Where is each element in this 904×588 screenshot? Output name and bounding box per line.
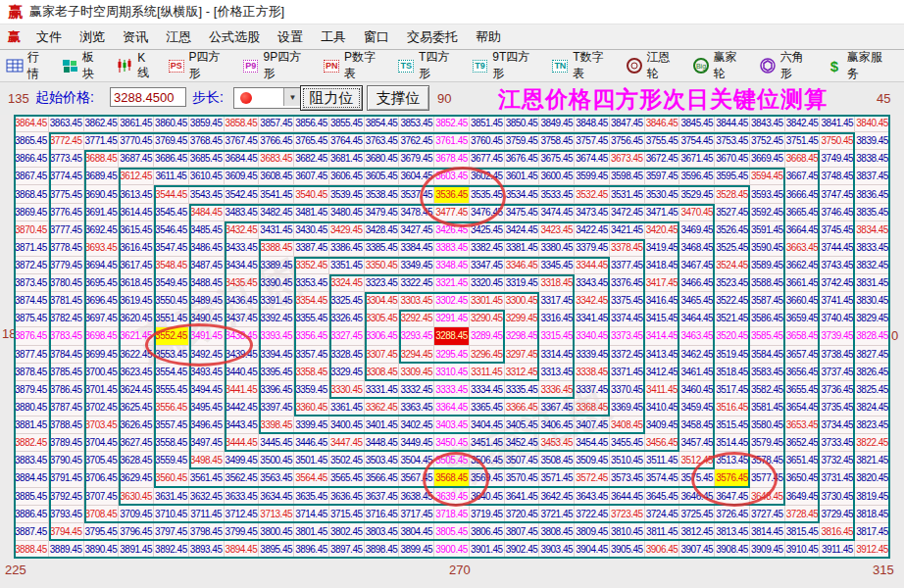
grid-cell: 3765.45: [294, 132, 329, 150]
menu-item[interactable]: 文件: [27, 28, 71, 46]
step-combobox[interactable]: ▼: [233, 87, 302, 109]
grid-cell: 3480.45: [329, 204, 365, 221]
dollar-icon: $: [826, 58, 843, 74]
resistance-button[interactable]: 阻力位: [300, 85, 363, 111]
grid-cell: 3742.45: [820, 274, 855, 292]
chevron-down-icon[interactable]: ▼: [283, 88, 301, 106]
grid-cell: 3906.45: [645, 541, 680, 559]
toolbar-item[interactable]: 板块: [61, 49, 105, 82]
toolbar-item[interactable]: 行情: [6, 49, 50, 82]
toolbar-item[interactable]: $赢家服务: [826, 49, 893, 82]
grid-cell: 3374.45: [610, 310, 645, 327]
menu-item[interactable]: 江恩: [157, 28, 200, 46]
menu-item[interactable]: 设置: [269, 28, 312, 46]
grid-cell: 3752.45: [750, 132, 785, 150]
grid-cell: 3420.45: [645, 221, 680, 239]
grid-cell: 3712.45: [225, 506, 260, 523]
grid-cell: 3574.45: [645, 469, 680, 487]
toolbar-item[interactable]: 江恩轮: [626, 49, 681, 82]
menu-item[interactable]: 资讯: [114, 28, 157, 46]
grid-cell: 3779.45: [49, 257, 84, 274]
grid-cell: 3310.45: [434, 364, 470, 381]
grid-cell: 3897.45: [329, 541, 365, 559]
grid-cell: 3909.45: [750, 541, 785, 559]
grid-cell: 3844.45: [715, 115, 750, 132]
grid-cell: 3813.45: [715, 523, 750, 541]
angle-label-225: 225: [5, 563, 26, 577]
grid-cell: 3839.45: [855, 132, 890, 150]
svg-text:Big: Big: [696, 63, 706, 71]
grid-cell: 3437.45: [225, 310, 260, 327]
grid-cell: 3761.45: [434, 132, 470, 150]
angle-label-270: 270: [449, 563, 471, 577]
grid-cell: 3705.45: [84, 452, 120, 469]
toolbar-item[interactable]: TNT数字表: [552, 49, 615, 82]
grid-cell: 3415.45: [645, 310, 680, 327]
grid-cell: 3328.45: [329, 346, 365, 364]
menu-item[interactable]: 公式选股: [200, 28, 269, 46]
grid-cell: 3337.45: [575, 381, 610, 399]
grid-cell: 3515.45: [715, 416, 750, 434]
grid-cell: 3542.45: [225, 185, 260, 203]
grid-cell: 3891.45: [119, 541, 154, 559]
grid-cell: 3780.45: [49, 274, 84, 292]
grid-cell: 3382.45: [470, 239, 505, 257]
grid-cell: 3490.45: [189, 310, 225, 327]
toolbar-item[interactable]: P99P四方形: [242, 49, 313, 82]
grid-cell: 3821.45: [855, 452, 890, 469]
grid-cell: 3598.45: [610, 168, 645, 185]
toolbar-item[interactable]: 六角形: [759, 49, 815, 82]
toolbar-item[interactable]: TST四方形: [397, 49, 460, 82]
grid-cell: 3812.45: [679, 523, 715, 541]
grid-cell: 3307.45: [365, 346, 400, 364]
key-level-cell: 3568.45: [434, 469, 470, 487]
grid-cell: 3874.45: [14, 292, 49, 310]
grid-cell: 3319.45: [505, 274, 540, 292]
toolbar-item[interactable]: T99T四方形: [472, 49, 541, 82]
grid-cell: 3498.45: [189, 452, 225, 469]
menu-item[interactable]: 工具: [312, 28, 355, 46]
grid-cell: 3523.45: [715, 274, 750, 292]
toolbar-item[interactable]: PNP数字表: [323, 49, 386, 82]
grid-cell: 3698.45: [84, 327, 120, 345]
grid-cell: 3333.45: [434, 381, 470, 399]
toolbar-item[interactable]: PSP四方形: [168, 49, 231, 82]
grid-cell: 3695.45: [84, 274, 120, 292]
grid-cell: 3663.45: [785, 239, 821, 257]
grid-cell: 3428.45: [365, 221, 400, 239]
grid-cell: 3406.45: [539, 416, 575, 434]
support-button[interactable]: 支撑位: [367, 85, 429, 111]
grid-cell: 3573.45: [610, 469, 645, 487]
toolbar-item[interactable]: Big赢家轮: [692, 49, 748, 82]
grid-cell: 3407.45: [575, 416, 610, 434]
toolbar-item[interactable]: K线: [117, 51, 157, 81]
grid-cell: 3690.45: [84, 185, 120, 203]
grid-cell: 3806.45: [470, 523, 505, 541]
menu-item[interactable]: 窗口: [355, 28, 398, 46]
grid-cell: 3650.45: [785, 469, 821, 487]
grid-cell: 3754.45: [679, 132, 715, 150]
menu-item[interactable]: 浏览: [71, 28, 114, 46]
menu-item[interactable]: 交易委托: [398, 28, 467, 46]
toolbar-item-label: 六角形: [780, 49, 815, 82]
grid-cell: 3699.45: [84, 346, 120, 364]
menu-item[interactable]: 帮助: [467, 28, 510, 46]
grid-cell: 3786.45: [49, 381, 84, 399]
grid-cell: 3620.45: [119, 310, 154, 327]
grid-cell: 3729.45: [820, 506, 855, 523]
grid-cell: 3635.45: [294, 488, 329, 506]
grid-cell: 3462.45: [679, 346, 715, 364]
grid-cell: 3459.45: [679, 399, 715, 416]
grid-cell: 3633.45: [225, 488, 260, 506]
grid-cell: 3611.45: [154, 168, 189, 185]
grid-cell: 3577.45: [750, 469, 785, 487]
grid-cell: 3701.45: [84, 381, 120, 399]
grid-cell: 3541.45: [259, 185, 294, 203]
grid-cell: 3725.45: [679, 506, 715, 523]
grid-cell: 3347.45: [470, 257, 505, 274]
grid-cell: 3688.45: [84, 150, 120, 168]
grid-cell: 3615.45: [119, 221, 154, 239]
start-price-input[interactable]: [110, 87, 186, 107]
grid-cell: 3324.45: [329, 274, 365, 292]
grid-cell: 3522.45: [715, 292, 750, 310]
